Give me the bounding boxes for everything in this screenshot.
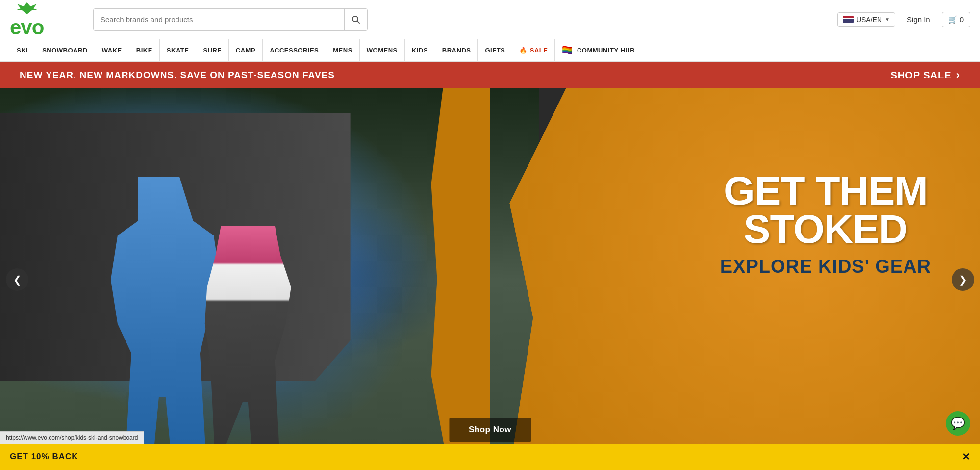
logo-area[interactable]: evo — [10, 1, 78, 38]
hero-next-button[interactable]: ❯ — [952, 268, 974, 291]
nav-item-snowboard[interactable]: SNOWBOARD — [35, 39, 95, 61]
close-bottom-bar-button[interactable]: ✕ — [962, 451, 970, 463]
hero-subheadline: EXPLORE KIDS' GEAR — [720, 256, 931, 277]
nav-item-skate[interactable]: SKATE — [160, 39, 197, 61]
banner-cta: SHOP SALE › — [890, 69, 960, 81]
header-right: USA/EN ▼ Sign In 🛒 0 — [837, 12, 970, 27]
cart-icon: 🛒 — [948, 15, 957, 24]
nav-items: SKI SNOWBOARD WAKE BIKE SKATE SURF CAMP … — [10, 39, 642, 61]
sale-label: SALE — [530, 47, 548, 54]
logo-text: evo — [10, 17, 44, 38]
nav-item-accessories[interactable]: ACCESSORIES — [263, 39, 326, 61]
cart-count: 0 — [960, 15, 964, 24]
chevron-down-icon: ▼ — [885, 17, 890, 22]
nav-item-sale[interactable]: 🔥 SALE — [512, 39, 555, 61]
nav-item-camp[interactable]: CAMP — [229, 39, 263, 61]
nav-item-wake[interactable]: WAKE — [95, 39, 129, 61]
nav-item-mens[interactable]: MENS — [326, 39, 360, 61]
cart-button[interactable]: 🛒 0 — [942, 12, 970, 27]
banner-text: NEW YEAR, NEW MARKDOWNS. SAVE ON PAST-SE… — [20, 70, 890, 80]
banner-cta-label: SHOP SALE — [890, 70, 951, 81]
us-flag-icon — [843, 16, 854, 23]
nav-item-kids[interactable]: KIDS — [405, 39, 435, 61]
evo-logo[interactable]: evo — [10, 1, 78, 38]
search-input[interactable] — [94, 15, 344, 24]
fire-icon: 🔥 — [519, 47, 528, 54]
nav-item-brands[interactable]: BRANDS — [435, 39, 478, 61]
child-person — [194, 226, 302, 470]
hero-orange-panel — [509, 88, 980, 470]
bottom-bar: GET 10% BACK ✕ — [0, 444, 980, 470]
nav-item-community[interactable]: 🏳️‍🌈 Community Hub — [555, 39, 642, 61]
nav-item-surf[interactable]: SURF — [196, 39, 228, 61]
community-label: Community Hub — [577, 47, 635, 54]
hero-main-text-line1: GET THEM — [720, 172, 931, 210]
locale-selector[interactable]: USA/EN ▼ — [837, 12, 895, 27]
url-bar: https://www.evo.com/shop/kids-ski-and-sn… — [0, 431, 144, 444]
hero-main-text-line2: STOKED — [720, 209, 931, 248]
community-flags-icon: 🏳️‍🌈 — [562, 45, 573, 55]
banner-arrow-icon: › — [956, 69, 960, 81]
sign-in-button[interactable]: Sign In — [902, 12, 935, 26]
hero-prev-button[interactable]: ❮ — [6, 268, 28, 291]
search-form — [93, 8, 368, 31]
locale-label: USA/EN — [856, 16, 882, 24]
header: evo USA/EN ▼ Sign In 🛒 0 — [0, 0, 980, 39]
shop-now-button[interactable]: Shop Now — [449, 418, 531, 442]
svg-line-1 — [357, 21, 360, 23]
get-back-label: GET 10% BACK — [10, 452, 78, 462]
hero-section: GET THEM STOKED EXPLORE KIDS' GEAR ❮ ❯ S… — [0, 88, 980, 470]
evo-icon — [10, 1, 44, 17]
nav-item-gifts[interactable]: GIFTS — [478, 39, 512, 61]
nav-item-womens[interactable]: WOMENS — [360, 39, 405, 61]
url-text: https://www.evo.com/shop/kids-ski-and-sn… — [6, 434, 138, 441]
chat-bubble-button[interactable]: 💬 — [946, 411, 970, 436]
search-button[interactable] — [344, 9, 367, 30]
child-silhouette — [194, 226, 302, 470]
nav-item-ski[interactable]: SKI — [10, 39, 35, 61]
torn-edge — [431, 88, 490, 470]
promo-banner[interactable]: NEW YEAR, NEW MARKDOWNS. SAVE ON PAST-SE… — [0, 62, 980, 88]
hero-headline: GET THEM STOKED EXPLORE KIDS' GEAR — [720, 172, 931, 277]
search-area — [93, 8, 368, 31]
nav-item-bike[interactable]: BIKE — [129, 39, 160, 61]
main-nav: SKI SNOWBOARD WAKE BIKE SKATE SURF CAMP … — [0, 39, 980, 62]
search-icon — [352, 15, 360, 24]
